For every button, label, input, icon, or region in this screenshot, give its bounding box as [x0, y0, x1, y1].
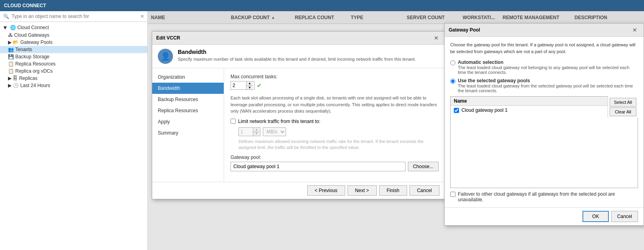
- spinner-up-button[interactable]: ▲: [246, 81, 253, 85]
- limit-spinner-down[interactable]: ▼: [253, 132, 260, 136]
- expand-icon-replicas: ▶: [8, 75, 12, 81]
- pool-item-label: Cloud gateway pool 1: [461, 107, 507, 113]
- search-input[interactable]: [12, 14, 138, 19]
- dialog-header-title: Bandwidth: [178, 49, 416, 55]
- max-tasks-label: Max concurrent tasks:: [231, 74, 439, 79]
- pool-item-checkbox[interactable]: [454, 108, 459, 113]
- expand-icon-gateway: ▶: [8, 40, 12, 45]
- tree-icon-last-24-hours: 🕒: [13, 83, 19, 88]
- finish-button[interactable]: Finish: [379, 185, 407, 196]
- tree-item-cloud-gateways[interactable]: 🖧 Cloud Gateways: [0, 32, 147, 39]
- gp-ok-button[interactable]: OK: [582, 211, 608, 222]
- edit-vccr-dialog: Edit VCCR ✕ 👤 Bandwidth Specify maximum …: [152, 31, 445, 199]
- tree-area: ▼ 🌐 Cloud Connect 🖧 Cloud Gateways ▶ 📂 G…: [0, 22, 147, 250]
- nav-item-summary[interactable]: Summary: [152, 127, 224, 139]
- limit-spinner-up[interactable]: ▲: [253, 128, 260, 132]
- tree-item-replica-resources[interactable]: 📋 Replica Resources: [0, 60, 147, 67]
- tree-label-backup-storage: Backup Storage: [15, 54, 49, 60]
- nav-item-apply[interactable]: Apply: [152, 116, 224, 127]
- dialog-overlay: Edit VCCR ✕ 👤 Bandwidth Specify maximum …: [148, 11, 644, 250]
- radio-auto-label: Automatic selection: [458, 60, 503, 65]
- avatar: 👤: [158, 49, 173, 64]
- edit-vccr-title: Edit VCCR: [156, 35, 180, 41]
- limit-unit-select[interactable]: MB/s KB/s GB/s: [263, 127, 286, 136]
- app-title: CLOUD CONNECT: [4, 3, 46, 8]
- tree-item-last-24-hours[interactable]: ▶ 🕒 Last 24 Hours: [0, 82, 147, 89]
- clear-all-button[interactable]: Clear All: [610, 107, 636, 116]
- nav-item-bandwidth[interactable]: Bandwidth: [152, 83, 224, 94]
- tree-item-replica-org-vdcs[interactable]: 📋 Replica org vDCs: [0, 67, 147, 75]
- limit-value-input[interactable]: [239, 128, 253, 136]
- search-bar: 🔍 ✕: [0, 11, 147, 22]
- radio-selected[interactable]: [450, 79, 455, 84]
- limit-checkbox-label: Limit network traffic from this tenant t…: [238, 119, 320, 124]
- dialog-body: Organization Bandwidth Backup Resources …: [152, 68, 445, 182]
- next-button[interactable]: Next >: [348, 185, 377, 196]
- pool-actions: Select All Clear All: [608, 96, 638, 118]
- edit-vccr-header: 👤 Bandwidth Specify maximum number of ta…: [152, 45, 445, 68]
- tree-label-tenants: Tenants: [15, 47, 32, 52]
- tree-label-replica-resources: Replica Resources: [15, 61, 56, 67]
- tree-item-replicas[interactable]: ▶ 🗄 Replicas: [0, 75, 147, 82]
- dialog-header-desc: Specify maximum number of task slots ava…: [178, 57, 416, 62]
- gateway-pool-group: Gateway pool: Choose...: [231, 155, 439, 171]
- tree-item-gateway-pools[interactable]: ▶ 📂 Gateway Pools: [0, 39, 147, 46]
- gateway-pool-input[interactable]: [231, 162, 405, 171]
- gp-title-bar: Gateway Pool ✕: [445, 24, 644, 37]
- dialog-nav: Organization Bandwidth Backup Resources …: [152, 68, 224, 182]
- nav-item-replica-resources[interactable]: Replica Resources: [152, 105, 224, 116]
- radio-selected-text: Use the selected gateway pools The least…: [458, 78, 638, 93]
- task-info-text: Each task slot allows processing of a si…: [231, 95, 439, 115]
- tree-icon-replica-org-vdcs: 📋: [8, 68, 14, 74]
- radio-selected-desc: The least loaded cloud gateway from the …: [458, 83, 638, 93]
- dialog-content: Max concurrent tasks: ▲ ▼ ✔: [224, 68, 445, 182]
- choose-button[interactable]: Choose...: [408, 162, 439, 171]
- gateway-pool-dialog: Gateway Pool ✕ Choose the gateway pool f…: [444, 23, 644, 226]
- radio-automatic-option: Automatic selection The least loaded clo…: [450, 60, 638, 75]
- gp-cancel-button[interactable]: Cancel: [611, 211, 638, 222]
- radio-automatic[interactable]: [450, 60, 455, 65]
- limit-spinner-buttons: ▲ ▼: [253, 128, 260, 136]
- tree-item-cloud-connect[interactable]: ▼ 🌐 Cloud Connect: [0, 24, 147, 32]
- tree-label-cloud-connect: Cloud Connect: [17, 25, 49, 30]
- tree-icon-cloud: 🌐: [10, 25, 16, 30]
- tree-label-replica-org-vdcs: Replica org vDCs: [15, 68, 52, 74]
- expand-icon-last24: ▶: [8, 83, 12, 88]
- pool-list-wrapper: Name Cloud gateway pool 1 Select All Cle…: [450, 96, 638, 188]
- gp-body: Choose the gateway pool for this tenant.…: [445, 37, 644, 207]
- spinner-buttons: ▲ ▼: [246, 81, 253, 89]
- nav-item-backup-resources[interactable]: Backup Resources: [152, 94, 224, 105]
- cancel-button[interactable]: Cancel: [409, 185, 439, 196]
- radio-auto-text: Automatic selection The least loaded clo…: [458, 60, 638, 75]
- max-tasks-spinner[interactable]: ▲ ▼: [231, 81, 254, 90]
- dialog-header-text: Bandwidth Specify maximum number of task…: [178, 49, 416, 62]
- gp-close-button[interactable]: ✕: [630, 26, 640, 34]
- gp-description: Choose the gateway pool for this tenant.…: [450, 42, 638, 55]
- select-all-button[interactable]: Select All: [610, 98, 636, 107]
- gateway-pool-label: Gateway pool:: [231, 155, 439, 160]
- max-tasks-group: Max concurrent tasks: ▲ ▼ ✔: [231, 74, 439, 90]
- clear-search-icon[interactable]: ✕: [140, 14, 144, 19]
- gateway-row: Choose...: [231, 162, 439, 171]
- nav-item-organization[interactable]: Organization: [152, 71, 224, 83]
- tree-item-tenants[interactable]: 👥 Tenants: [0, 46, 147, 53]
- max-tasks-input[interactable]: [231, 81, 246, 89]
- limit-checkbox-row: Limit network traffic from this tenant t…: [231, 119, 439, 124]
- tree-icon-replicas: 🗄: [13, 75, 18, 81]
- tree-icon-tenants: 👥: [8, 47, 14, 52]
- avatar-icon: 👤: [161, 52, 171, 61]
- valid-icon: ✔: [257, 82, 262, 89]
- edit-vccr-footer: < Previous Next > Finish Cancel: [152, 182, 445, 199]
- limit-spinner[interactable]: ▲ ▼: [239, 127, 260, 136]
- spinner-down-button[interactable]: ▼: [246, 85, 253, 89]
- limit-checkbox[interactable]: [231, 119, 236, 124]
- previous-button[interactable]: < Previous: [307, 185, 345, 196]
- limit-value-row: ▲ ▼ MB/s KB/s GB/s: [239, 127, 439, 136]
- tree-item-backup-storage[interactable]: 💾 Backup Storage: [0, 53, 147, 60]
- tree-label-replicas: Replicas: [19, 75, 38, 81]
- edit-vccr-close-button[interactable]: ✕: [431, 34, 441, 42]
- failover-checkbox[interactable]: [450, 192, 455, 197]
- gp-footer: OK Cancel: [445, 207, 644, 225]
- radio-selected-option: Use the selected gateway pools The least…: [450, 78, 638, 93]
- limit-info-text: Defines maximum allowed incoming network…: [239, 139, 439, 151]
